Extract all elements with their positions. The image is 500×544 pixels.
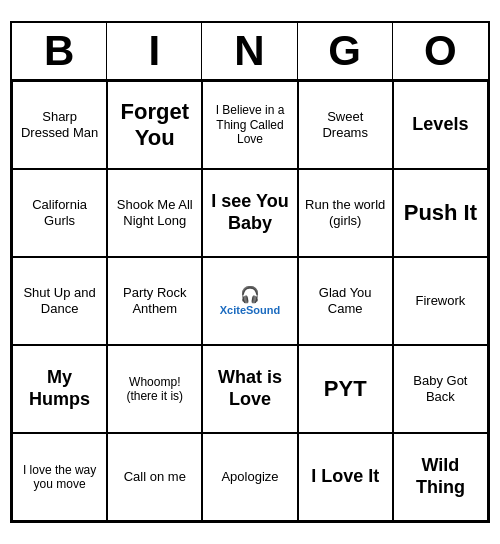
headphone-icon: 🎧 xyxy=(240,285,260,304)
bingo-card: B I N G O Sharp Dressed Man Forget You I… xyxy=(10,21,490,523)
cell-1-3[interactable]: Run the world (girls) xyxy=(298,169,393,257)
header-o: O xyxy=(393,23,488,79)
cell-0-4[interactable]: Levels xyxy=(393,81,488,169)
cell-0-2[interactable]: I Believe in a Thing Called Love xyxy=(202,81,297,169)
cell-4-2[interactable]: Apologize xyxy=(202,433,297,521)
watermark-text: XciteSound xyxy=(220,304,281,317)
cell-1-1[interactable]: Shook Me All Night Long xyxy=(107,169,202,257)
header-i: I xyxy=(107,23,202,79)
cell-2-4[interactable]: Firework xyxy=(393,257,488,345)
cell-3-3[interactable]: PYT xyxy=(298,345,393,433)
cell-3-2[interactable]: What is Love xyxy=(202,345,297,433)
cell-1-0[interactable]: California Gurls xyxy=(12,169,107,257)
cell-4-4[interactable]: Wild Thing xyxy=(393,433,488,521)
cell-0-1[interactable]: Forget You xyxy=(107,81,202,169)
bingo-grid: Sharp Dressed Man Forget You I Believe i… xyxy=(12,81,488,521)
cell-0-3[interactable]: Sweet Dreams xyxy=(298,81,393,169)
header-n: N xyxy=(202,23,297,79)
cell-2-0[interactable]: Shut Up and Dance xyxy=(12,257,107,345)
header-b: B xyxy=(12,23,107,79)
cell-2-1[interactable]: Party Rock Anthem xyxy=(107,257,202,345)
cell-4-1[interactable]: Call on me xyxy=(107,433,202,521)
cell-4-3[interactable]: I Love It xyxy=(298,433,393,521)
bingo-header: B I N G O xyxy=(12,23,488,81)
cell-3-0[interactable]: My Humps xyxy=(12,345,107,433)
cell-1-4[interactable]: Push It xyxy=(393,169,488,257)
cell-2-3[interactable]: Glad You Came xyxy=(298,257,393,345)
cell-1-2[interactable]: I see You Baby xyxy=(202,169,297,257)
cell-4-0[interactable]: I love the way you move xyxy=(12,433,107,521)
header-g: G xyxy=(298,23,393,79)
cell-2-2: 🎧 XciteSound xyxy=(202,257,297,345)
cell-3-1[interactable]: Whoomp! (there it is) xyxy=(107,345,202,433)
cell-0-0[interactable]: Sharp Dressed Man xyxy=(12,81,107,169)
watermark: 🎧 XciteSound xyxy=(220,285,281,317)
cell-3-4[interactable]: Baby Got Back xyxy=(393,345,488,433)
